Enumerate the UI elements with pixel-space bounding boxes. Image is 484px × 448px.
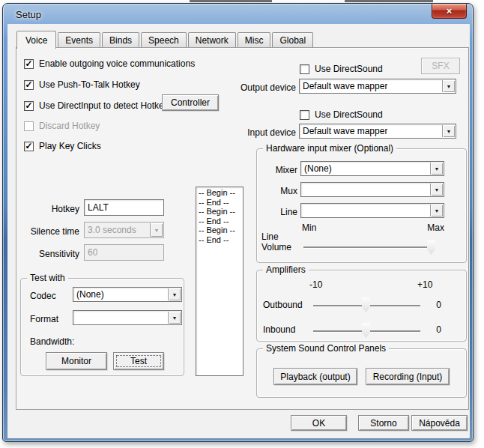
hotkey-input[interactable]: LALT <box>84 199 164 216</box>
checkbox-play-key-clicks[interactable]: ✓ Play Key Clicks <box>24 141 101 151</box>
mux-select[interactable]: ▼ <box>300 182 444 197</box>
inbound-thumb[interactable] <box>362 323 370 338</box>
checkbox-label: Use Push-To-Talk Hotkey <box>39 79 140 90</box>
mux-label: Mux <box>261 186 297 196</box>
line-volume-track[interactable] <box>303 246 435 248</box>
tab-events[interactable]: Events <box>58 32 100 48</box>
group-title: System Sound Control Panels <box>263 343 389 354</box>
close-button[interactable]: × <box>432 4 467 19</box>
tab-bar: Voice Events Binds Speech Network Misc G… <box>16 31 315 48</box>
checkbox-label: Use DirectInput to detect Hotkey <box>39 100 169 111</box>
sound-panels-group: System Sound Control Panels Playback (ou… <box>256 348 467 398</box>
test-button[interactable]: Test <box>113 352 164 370</box>
tab-global[interactable]: Global <box>272 32 313 48</box>
list-item[interactable]: -- End -- <box>199 217 243 226</box>
checkbox-discard-hotkey: Discard Hotkey <box>24 121 100 131</box>
setup-dialog: Setup × Voice Events Binds Speech Networ… <box>2 3 474 442</box>
input-device-select[interactable]: Default wave mapper ▼ <box>299 124 456 139</box>
tab-network[interactable]: Network <box>188 32 236 48</box>
outbound-thumb[interactable] <box>362 297 370 312</box>
input-device-value: Default wave mapper <box>300 126 387 136</box>
dropdown-arrow-icon[interactable]: ▼ <box>442 125 455 137</box>
output-device-label: Output device <box>225 82 296 93</box>
dropdown-arrow-icon[interactable]: ▼ <box>442 80 455 92</box>
checkbox-label: Discard Hotkey <box>39 121 100 131</box>
monitor-button[interactable]: Monitor <box>46 352 107 370</box>
codec-value: (None) <box>73 289 104 300</box>
outbound-label: Outbound <box>263 300 303 310</box>
sfx-button: SFX <box>421 58 460 74</box>
checkbox-label: Use DirectSound <box>315 64 383 74</box>
dropdown-arrow-icon[interactable]: ▼ <box>430 163 443 175</box>
checkbox-box-icon <box>300 110 309 120</box>
tab-misc[interactable]: Misc <box>238 32 271 48</box>
group-title: Test with <box>27 273 68 283</box>
amp-min-label: -10 <box>309 279 322 290</box>
checkbox-label: Enable outgoing voice communications <box>39 58 195 69</box>
hardware-mixer-group: Hardware input mixer (Optional) Mixer (N… <box>256 148 467 263</box>
controller-button[interactable]: Controller <box>162 94 219 111</box>
background-text-fragment <box>190 0 272 2</box>
recording-input-button[interactable]: Recording (Input) <box>366 368 450 385</box>
checkbox-push-to-talk[interactable]: ✓ Use Push-To-Talk Hotkey <box>24 79 140 90</box>
codec-select[interactable]: (None) ▼ <box>73 287 182 302</box>
help-button[interactable]: Nápověda <box>411 415 468 431</box>
ok-button[interactable]: OK <box>291 415 347 431</box>
titlebar[interactable]: Setup × <box>3 4 473 24</box>
checkbox-box-icon <box>300 64 309 74</box>
list-item[interactable]: -- End -- <box>199 235 243 245</box>
test-with-group: Test with Codec (None) ▼ Format ▼ Bandwi… <box>20 278 184 376</box>
mixer-label: Mixer <box>261 165 297 175</box>
background-text-fragment <box>345 0 433 2</box>
silence-time-select: 3.0 seconds ▼ <box>84 222 164 238</box>
tab-binds[interactable]: Binds <box>102 32 139 48</box>
playback-output-button[interactable]: Playback (output) <box>273 368 357 385</box>
hotkey-label: Hotkey <box>22 204 79 214</box>
desktop-background: Setup × Voice Events Binds Speech Networ… <box>0 0 484 448</box>
dropdown-arrow-icon[interactable]: ▼ <box>168 312 181 324</box>
sensitivity-value: 60 <box>85 247 97 258</box>
dropdown-arrow-icon[interactable]: ▼ <box>430 184 443 196</box>
line-select[interactable]: ▼ <box>300 203 444 218</box>
checkbox-label: Use DirectSound <box>315 109 383 120</box>
silence-time-value: 3.0 seconds <box>85 225 136 235</box>
line-volume-label: Line Volume <box>261 231 299 252</box>
tab-speech[interactable]: Speech <box>141 32 187 48</box>
dropdown-arrow-icon[interactable]: ▼ <box>168 288 181 300</box>
close-icon: × <box>447 6 453 16</box>
codec-label: Codec <box>30 291 56 301</box>
output-device-select[interactable]: Default wave mapper ▼ <box>299 79 456 94</box>
group-title: Hardware input mixer (Optional) <box>263 143 396 154</box>
cancel-button[interactable]: Storno <box>358 415 409 431</box>
list-item[interactable]: -- Begin -- <box>199 188 243 198</box>
checkbox-use-directsound-output[interactable]: Use DirectSound <box>300 64 383 74</box>
hotkey-value: LALT <box>85 202 109 213</box>
checkbox-use-directsound-input[interactable]: Use DirectSound <box>300 109 383 120</box>
list-item[interactable]: -- Begin -- <box>199 225 243 235</box>
focus-rect <box>116 355 161 367</box>
list-item[interactable]: -- End -- <box>199 198 243 208</box>
tab-voice[interactable]: Voice <box>16 31 56 49</box>
mixer-select[interactable]: (None) ▼ <box>300 161 444 176</box>
format-select[interactable]: ▼ <box>73 310 182 325</box>
list-item[interactable]: -- Begin -- <box>199 207 243 217</box>
checkbox-directinput[interactable]: ✓ Use DirectInput to detect Hotkey <box>24 100 169 111</box>
dialog-body: Voice Events Binds Speech Network Misc G… <box>7 24 470 438</box>
checkbox-label: Play Key Clicks <box>39 141 101 151</box>
sensitivity-label: Sensitivity <box>22 249 79 259</box>
line-volume-thumb[interactable] <box>427 240 435 255</box>
format-label: Format <box>30 314 58 324</box>
amp-max-label: +10 <box>417 279 432 290</box>
group-title: Amplifiers <box>263 264 309 275</box>
checkbox-box-icon: ✓ <box>24 142 34 151</box>
amplifiers-group: Amplifiers -10 +10 Outbound 0 Inbound 0 <box>256 270 467 342</box>
output-device-value: Default wave mapper <box>300 81 387 91</box>
voice-events-listbox[interactable]: -- Begin -- -- End -- -- Begin -- -- End… <box>196 187 243 376</box>
inbound-label: Inbound <box>263 324 295 335</box>
dropdown-arrow-icon[interactable]: ▼ <box>430 205 443 217</box>
inbound-value: 0 <box>426 324 441 335</box>
checkbox-box-icon: ✓ <box>24 59 34 69</box>
checkbox-enable-voice[interactable]: ✓ Enable outgoing voice communications <box>24 58 195 69</box>
line-label: Line <box>261 207 297 217</box>
checkbox-box-icon: ✓ <box>24 80 34 90</box>
